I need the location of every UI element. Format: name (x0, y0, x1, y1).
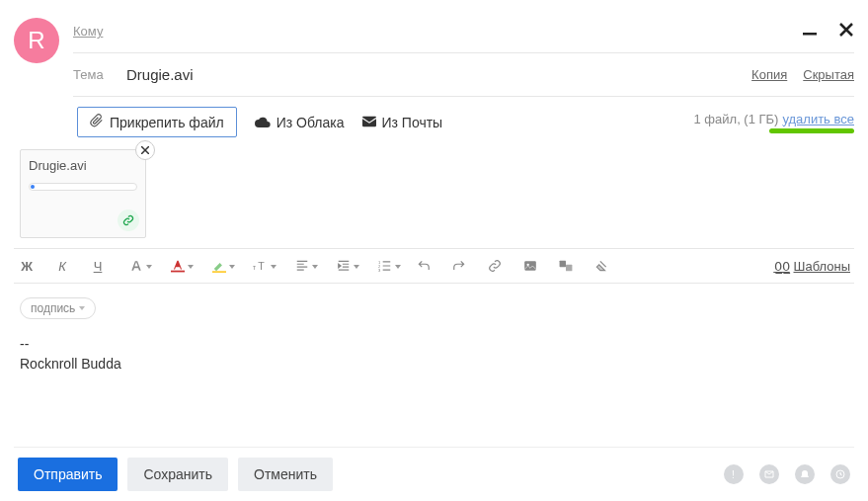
attach-from-mail-label: Из Почты (382, 115, 443, 130)
close-button[interactable] (838, 22, 854, 41)
editor-toolbar: Ж К Ч тТ 123 (14, 248, 854, 284)
subject-field-row: Тема Копия Скрытая (73, 53, 854, 97)
underline-button[interactable]: Ч (89, 257, 107, 275)
signature-chip-label: подпись (31, 301, 75, 315)
signature-text: -- Rocknroll Budda (20, 335, 848, 374)
schedule-icon[interactable] (830, 464, 850, 484)
attach-file-label: Прикрепить файл (110, 115, 224, 130)
bcc-link[interactable]: Скрытая (803, 67, 854, 82)
send-button[interactable]: Отправить (18, 458, 118, 491)
undo-button[interactable] (415, 257, 433, 275)
paperclip-icon (90, 114, 104, 130)
save-button[interactable]: Сохранить (127, 458, 228, 491)
minimize-button[interactable] (801, 21, 819, 42)
templates-link[interactable]: 0̲0̲ Шаблоны (774, 259, 851, 274)
font-size-button[interactable]: тТ (249, 257, 273, 275)
upload-progress-bar (769, 128, 854, 133)
to-input[interactable] (126, 23, 789, 40)
svg-rect-0 (803, 33, 817, 36)
to-label[interactable]: Кому (73, 24, 115, 39)
svg-text:Т: Т (258, 260, 265, 272)
align-button[interactable] (290, 257, 314, 275)
text-color-button[interactable] (166, 257, 190, 275)
indent-button[interactable] (332, 257, 355, 275)
clear-format-button[interactable] (592, 257, 610, 275)
svg-text:3: 3 (378, 268, 381, 273)
svg-rect-11 (560, 261, 566, 267)
highlight-button[interactable] (207, 257, 231, 275)
to-field-row: Кому (73, 10, 854, 53)
importance-icon[interactable]: ! (724, 464, 744, 484)
footer: Отправить Сохранить Отменить ! (14, 447, 854, 501)
list-button[interactable]: 123 (373, 257, 397, 275)
image-button[interactable] (521, 257, 539, 275)
bold-button[interactable]: Ж (18, 257, 36, 275)
attachment-filename: Drugie.avi (29, 158, 137, 173)
attach-count-label: 1 файл, (1 ГБ) (694, 112, 779, 126)
svg-rect-1 (362, 116, 376, 126)
svg-rect-3 (212, 271, 226, 273)
cancel-button[interactable]: Отменить (238, 458, 333, 491)
remove-all-link[interactable]: удалить все (782, 112, 854, 126)
mail-icon (362, 115, 376, 130)
subject-label: Тема (73, 67, 115, 82)
svg-rect-12 (566, 265, 572, 271)
attach-status: 1 файл, (1 ГБ) удалить все (694, 112, 854, 133)
cc-link[interactable]: Копия (751, 67, 787, 82)
svg-text:!: ! (732, 469, 735, 479)
templates-label: Шаблоны (794, 259, 851, 274)
avatar: R (14, 18, 59, 63)
italic-button[interactable]: К (53, 257, 71, 275)
link-icon (118, 209, 139, 231)
attachment-remove-button[interactable] (135, 140, 155, 160)
link-button[interactable] (486, 257, 504, 275)
translate-button[interactable] (557, 257, 575, 275)
attach-from-mail[interactable]: Из Почты (362, 115, 443, 130)
message-body[interactable]: подпись -- Rocknroll Budda (14, 284, 854, 447)
notify-icon[interactable] (795, 464, 815, 484)
svg-rect-9 (524, 261, 536, 270)
redo-button[interactable] (450, 257, 468, 275)
signature-selector[interactable]: подпись (20, 297, 96, 319)
svg-text:т: т (253, 264, 256, 271)
font-family-button[interactable] (124, 257, 148, 275)
attachment-card: Drugie.avi (20, 149, 146, 238)
attach-from-cloud-label: Из Облака (276, 115, 345, 130)
templates-icon: 0̲0̲ (774, 259, 790, 274)
subject-input[interactable] (126, 66, 740, 83)
cloud-icon (255, 115, 271, 130)
attach-file-button[interactable]: Прикрепить файл (77, 107, 237, 137)
receipt-icon[interactable] (759, 464, 779, 484)
svg-rect-2 (171, 271, 185, 273)
attach-from-cloud[interactable]: Из Облака (255, 115, 345, 130)
attachment-progress (29, 183, 137, 191)
